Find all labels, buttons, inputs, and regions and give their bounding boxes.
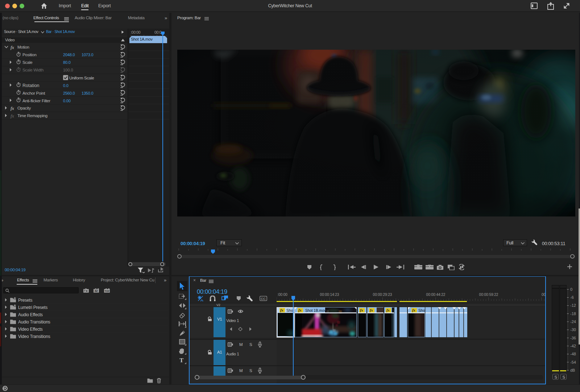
svg-text:00: 00 xyxy=(542,293,545,297)
svg-text:Opacity: Opacity xyxy=(17,106,31,110)
svg-text:fx: fx xyxy=(11,106,14,111)
svg-text:Position: Position xyxy=(22,53,37,57)
svg-text:YUV: YUV xyxy=(105,290,110,292)
svg-text:Lumetri Presets: Lumetri Presets xyxy=(18,305,47,310)
svg-text:fx: fx xyxy=(280,308,283,312)
svg-text:CC: CC xyxy=(261,297,266,301)
svg-text:Anchor Point: Anchor Point xyxy=(22,91,45,95)
svg-text:1350.0: 1350.0 xyxy=(82,91,94,95)
svg-text:Motion: Motion xyxy=(17,45,29,49)
svg-text:dB: dB xyxy=(570,368,575,372)
svg-text:Audio Effects: Audio Effects xyxy=(18,312,43,317)
svg-text:fx: fx xyxy=(11,113,14,119)
svg-text:-54: -54 xyxy=(570,360,576,364)
svg-text:-24: -24 xyxy=(570,319,576,324)
svg-text:Shot 1B.mov: Shot 1B.mov xyxy=(305,309,326,313)
svg-text:0.0: 0.0 xyxy=(63,83,69,88)
svg-text:-42: -42 xyxy=(570,344,576,348)
svg-text:fx: fx xyxy=(11,45,14,50)
svg-text::00:00: :00:00 xyxy=(277,293,287,297)
svg-text:fx: fx xyxy=(386,308,390,312)
svg-text:T: T xyxy=(179,357,184,363)
svg-text:fx: fx xyxy=(360,308,363,312)
svg-text:Video Effects: Video Effects xyxy=(18,327,43,332)
svg-text:2048.0: 2048.0 xyxy=(63,53,75,57)
svg-text:Rotation: Rotation xyxy=(22,83,40,88)
svg-text:Video Transitions: Video Transitions xyxy=(18,334,50,339)
svg-text:32: 32 xyxy=(94,289,98,293)
svg-text:80.0: 80.0 xyxy=(63,60,71,65)
svg-text:Anti-flicker Filter: Anti-flicker Filter xyxy=(22,99,50,103)
svg-text:Sho: Sho xyxy=(286,308,293,313)
svg-text:0.00: 0.00 xyxy=(63,99,71,103)
svg-text:2560.0: 2560.0 xyxy=(63,91,75,95)
svg-text:fx: fx xyxy=(298,308,302,312)
svg-text:100.0: 100.0 xyxy=(63,68,73,72)
svg-text:Presets: Presets xyxy=(18,298,32,303)
svg-text:Audio Transitions: Audio Transitions xyxy=(18,319,50,325)
svg-text:1073.0: 1073.0 xyxy=(82,53,94,57)
svg-text:fx: fx xyxy=(370,308,373,312)
svg-text:Scale Width: Scale Width xyxy=(22,68,44,72)
svg-text:-18: -18 xyxy=(570,311,576,316)
svg-text:00:00:14:23: 00:00:14:23 xyxy=(320,293,339,297)
svg-text:00:00:29:23: 00:00:29:23 xyxy=(373,293,392,297)
svg-text:Time Remapping: Time Remapping xyxy=(17,114,47,118)
svg-text:00:00:59:22: 00:00:59:22 xyxy=(479,293,498,297)
svg-text:-30: -30 xyxy=(570,327,576,332)
svg-text:-6: -6 xyxy=(570,295,574,300)
svg-text:0: 0 xyxy=(570,287,572,292)
svg-text:Uniform Scale: Uniform Scale xyxy=(69,76,94,80)
svg-text:Scale: Scale xyxy=(22,60,32,65)
svg-text:00:00:44:22: 00:00:44:22 xyxy=(426,293,446,297)
svg-text:fx: fx xyxy=(412,308,415,312)
svg-text:-36: -36 xyxy=(570,336,576,340)
svg-text:-48: -48 xyxy=(570,352,576,356)
svg-text:-12: -12 xyxy=(570,303,576,308)
